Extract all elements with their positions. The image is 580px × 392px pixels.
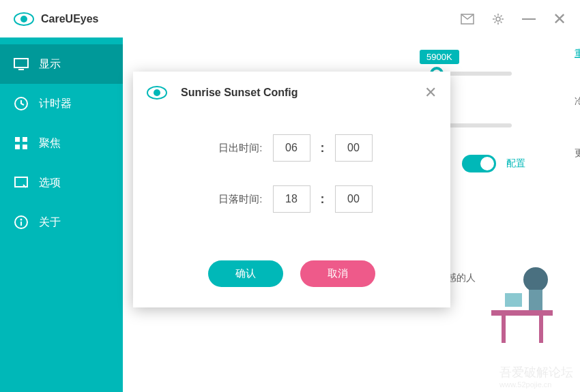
dialog-close-button[interactable]: ✕	[424, 84, 437, 102]
svg-rect-20	[505, 293, 522, 307]
ok-button[interactable]: 确认	[208, 260, 283, 287]
sidebar-item-label: 显示	[39, 57, 61, 72]
config-link[interactable]: 配置	[506, 157, 525, 170]
sunset-minute-input[interactable]	[335, 185, 373, 213]
sunset-row: 日落时间: :	[167, 185, 416, 213]
sidebar-item-label: 关于	[39, 215, 61, 230]
svg-rect-17	[539, 316, 543, 343]
sunset-hour-input[interactable]	[273, 185, 310, 213]
svg-rect-9	[15, 145, 20, 149]
temperature-badge: 5900K	[420, 50, 459, 64]
svg-rect-19	[529, 290, 542, 310]
temperature-label: 冷色	[575, 95, 580, 108]
svg-point-3	[496, 17, 500, 21]
options-icon	[14, 175, 29, 190]
sunrise-label: 日出时间:	[212, 142, 263, 155]
svg-rect-10	[23, 145, 27, 149]
cancel-button[interactable]: 取消	[300, 260, 375, 287]
svg-rect-7	[15, 137, 20, 142]
minimize-button[interactable]	[522, 18, 536, 20]
time-colon: :	[321, 141, 325, 155]
svg-rect-16	[502, 316, 506, 343]
monitor-icon	[14, 57, 29, 72]
dialog-logo-icon	[147, 86, 167, 100]
time-colon: :	[321, 192, 325, 207]
sunrise-sunset-dialog: Sunrise Sunset Config ✕ 日出时间: : 日落时间: : …	[133, 72, 450, 307]
svg-point-1	[20, 16, 27, 22]
svg-rect-15	[491, 310, 553, 316]
sunrise-row: 日出时间: :	[167, 134, 416, 162]
sidebar-item-about[interactable]: 关于	[0, 202, 123, 242]
svg-rect-11	[15, 177, 27, 187]
sunrise-hour-input[interactable]	[273, 134, 310, 162]
illustration	[471, 256, 566, 351]
grid-icon	[14, 136, 29, 151]
sidebar-item-focus[interactable]: 聚焦	[0, 123, 123, 163]
titlebar: CareUEyes ✕	[0, 0, 580, 37]
app-title: CareUEyes	[41, 13, 99, 25]
clock-icon	[14, 96, 29, 111]
svg-rect-8	[23, 137, 27, 142]
sidebar-item-label: 计时器	[39, 97, 72, 111]
gear-icon[interactable]	[491, 12, 505, 26]
mail-icon[interactable]	[461, 12, 474, 26]
sidebar-item-timer[interactable]: 计时器	[0, 84, 123, 123]
sidebar-item-label: 聚焦	[39, 136, 61, 151]
sidebar: 显示 计时器 聚焦 选项 关于	[0, 37, 123, 392]
close-button[interactable]: ✕	[553, 10, 566, 29]
brightness-label: 更亮	[575, 147, 580, 160]
info-icon	[14, 215, 29, 230]
svg-point-22	[154, 89, 160, 96]
svg-point-18	[523, 267, 548, 292]
sunrise-minute-input[interactable]	[335, 134, 373, 162]
dialog-title: Sunrise Sunset Config	[181, 87, 298, 99]
reset-link[interactable]: 重置	[575, 48, 580, 60]
sunset-toggle[interactable]	[462, 155, 496, 172]
sidebar-item-options[interactable]: 选项	[0, 163, 123, 202]
sidebar-item-display[interactable]: 显示	[0, 44, 123, 84]
sidebar-item-label: 选项	[39, 176, 61, 190]
app-logo-icon	[14, 12, 34, 26]
svg-rect-4	[14, 59, 28, 67]
sunset-label: 日落时间:	[212, 193, 263, 206]
svg-point-13	[20, 219, 23, 221]
watermark: 吾爱破解论坛 www.52pojie.cn	[499, 364, 573, 389]
